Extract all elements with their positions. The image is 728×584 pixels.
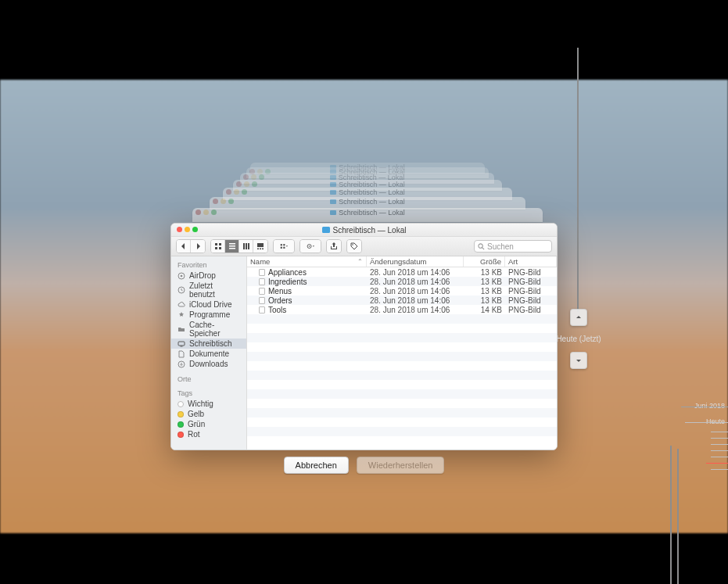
sidebar-item-downloads[interactable]: Downloads <box>171 359 246 369</box>
svg-rect-14 <box>281 244 282 245</box>
minimize-button[interactable] <box>185 227 190 232</box>
search-icon <box>478 243 485 250</box>
svg-rect-9 <box>248 243 249 249</box>
file-date: 28. Jun 2018 um 14:06 <box>367 287 464 296</box>
sort-indicator-icon: ⌃ <box>357 258 363 265</box>
file-kind: PNG-Bild <box>505 278 557 286</box>
file-name: Orders <box>268 296 292 305</box>
callout-line-nav <box>577 48 579 312</box>
sidebar-item-applications[interactable]: Programme <box>171 310 246 320</box>
cancel-button[interactable]: Abbrechen <box>284 457 349 474</box>
finder-window: Schreibtisch — Lokal <box>170 223 558 450</box>
sidebar-item-documents[interactable]: Dokumente <box>171 349 246 359</box>
sidebar-tag-yellow[interactable]: Gelb <box>171 409 246 419</box>
finder-sidebar: Favoriten AirDrop Zuletzt benutzt iCloud… <box>171 256 247 450</box>
sidebar-tag-important[interactable]: Wichtig <box>171 399 246 409</box>
svg-point-21 <box>479 243 482 247</box>
sidebar-item-airdrop[interactable]: AirDrop <box>171 271 246 281</box>
restore-button[interactable]: Wiederherstellen <box>357 457 445 474</box>
column-header-date[interactable]: Änderungsdatum <box>367 256 464 267</box>
file-icon <box>259 306 265 313</box>
column-view-button[interactable] <box>239 240 253 253</box>
file-name: Menus <box>268 287 292 296</box>
close-button[interactable] <box>177 227 182 232</box>
group-menu[interactable] <box>273 239 295 253</box>
search-field[interactable]: Suchen <box>474 240 552 253</box>
timeline-label-today: Heute <box>706 417 725 425</box>
folder-icon <box>330 210 336 215</box>
column-header-name[interactable]: Name⌃ <box>247 256 367 267</box>
table-row[interactable]: Ingredients28. Jun 2018 um 14:0613 KBPNG… <box>247 277 557 286</box>
file-date: 28. Jun 2018 um 14:06 <box>367 306 464 314</box>
svg-rect-26 <box>178 342 185 346</box>
icon-view-button[interactable] <box>211 240 225 253</box>
zoom-button[interactable] <box>192 227 198 232</box>
gallery-view-button[interactable] <box>253 240 267 253</box>
column-header-size[interactable]: Größe <box>464 256 505 267</box>
window-titlebar[interactable]: Schreibtisch — Lokal <box>171 224 557 237</box>
file-size: 13 KB <box>464 296 505 305</box>
tags-button[interactable] <box>346 239 362 253</box>
share-button[interactable] <box>326 239 342 253</box>
table-row-empty <box>247 408 557 417</box>
table-row-empty <box>247 427 557 436</box>
sidebar-tag-green[interactable]: Grün <box>171 419 246 429</box>
svg-point-24 <box>181 274 183 277</box>
tag-dot-icon <box>178 432 184 438</box>
sidebar-item-desktop[interactable]: Schreibtisch <box>171 339 246 349</box>
svg-rect-17 <box>283 247 285 249</box>
file-name: Ingredients <box>268 278 307 286</box>
sidebar-section-tags: Tags <box>171 388 246 399</box>
table-row[interactable]: Appliances28. Jun 2018 um 14:0613 KBPNG-… <box>247 267 557 277</box>
snapshot-window[interactable]: Schreibtisch — Lokal <box>192 208 543 222</box>
file-kind: PNG-Bild <box>505 268 557 277</box>
table-row-empty <box>247 417 557 427</box>
table-row-empty <box>247 389 557 399</box>
svg-line-22 <box>482 247 484 249</box>
action-buttons: Abbrechen Wiederherstellen <box>0 457 728 474</box>
cloud-icon <box>178 301 185 309</box>
forward-button[interactable] <box>191 240 205 253</box>
svg-rect-15 <box>281 247 282 249</box>
file-icon <box>259 278 265 285</box>
svg-point-19 <box>309 245 310 246</box>
airdrop-icon <box>178 272 185 280</box>
list-view-button[interactable] <box>225 240 239 253</box>
sidebar-tag-red[interactable]: Rot <box>171 429 246 439</box>
table-row[interactable]: Orders28. Jun 2018 um 14:0613 KBPNG-Bild <box>247 296 557 305</box>
table-row[interactable]: Tools28. Jun 2018 um 14:0614 KBPNG-Bild <box>247 305 557 314</box>
table-row[interactable]: Menus28. Jun 2018 um 14:0613 KBPNG-Bild <box>247 286 557 296</box>
action-menu[interactable] <box>299 239 321 253</box>
sidebar-item-recents[interactable]: Zuletzt benutzt <box>171 281 246 299</box>
file-icon <box>259 297 265 304</box>
file-date: 28. Jun 2018 um 14:06 <box>367 296 464 305</box>
next-snapshot-button[interactable] <box>570 352 587 369</box>
sidebar-section-locations: Orte <box>171 374 246 385</box>
previous-snapshot-button[interactable] <box>570 309 587 326</box>
column-header-kind[interactable]: Art <box>505 256 557 267</box>
file-name: Appliances <box>268 268 307 277</box>
table-row-empty <box>247 371 557 380</box>
svg-rect-8 <box>246 243 247 249</box>
table-row-empty <box>247 352 557 361</box>
sidebar-section-favorites: Favoriten <box>171 260 246 271</box>
file-size: 13 KB <box>464 278 505 286</box>
table-row-empty <box>247 361 557 371</box>
file-kind: PNG-Bild <box>505 296 557 305</box>
svg-rect-7 <box>243 243 245 249</box>
sidebar-item-cache[interactable]: Cache-Speicher <box>171 320 246 339</box>
current-snapshot-label: Heute (Jetzt) <box>556 335 601 343</box>
table-row-empty <box>247 436 557 446</box>
file-kind: PNG-Bild <box>505 306 557 314</box>
svg-rect-2 <box>215 247 217 249</box>
sidebar-item-icloud[interactable]: iCloud Drive <box>171 299 246 310</box>
timeline[interactable]: Juni 2018 Heute <box>673 394 728 488</box>
column-headers: Name⌃ Änderungsdatum Größe Art <box>247 256 557 267</box>
view-switcher <box>210 239 268 253</box>
back-button[interactable] <box>177 240 191 253</box>
svg-rect-5 <box>229 245 235 247</box>
file-date: 28. Jun 2018 um 14:06 <box>367 278 464 286</box>
svg-rect-4 <box>229 243 235 245</box>
applications-icon <box>178 311 185 319</box>
folder-icon <box>322 227 330 233</box>
